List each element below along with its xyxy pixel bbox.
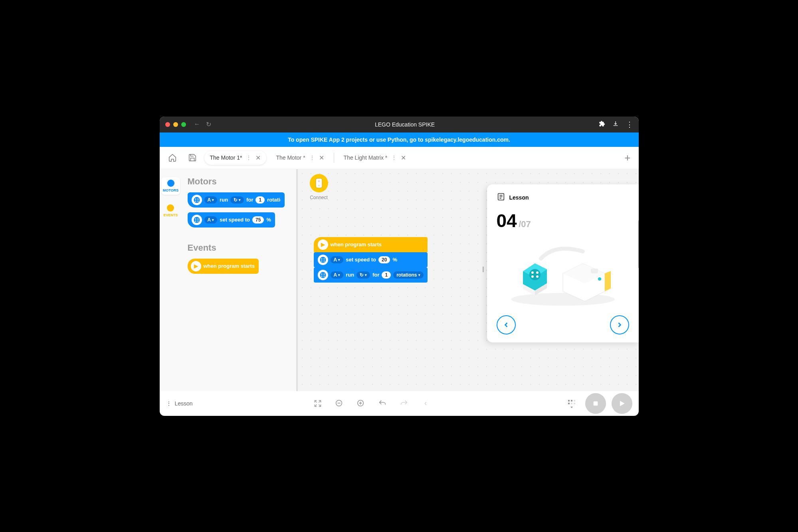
svg-point-27: [511, 293, 615, 306]
tab-close-icon[interactable]: ✕: [255, 154, 261, 162]
events-dot-icon: [167, 204, 174, 212]
port-dropdown[interactable]: A ▾: [331, 256, 344, 263]
legacy-banner: To open SPIKE App 2 projects or use Pyth…: [160, 133, 639, 147]
svg-point-30: [536, 271, 539, 274]
stack-set-speed[interactable]: A ▾ set speed to 20 %: [314, 252, 428, 267]
back-button[interactable]: ←: [194, 121, 200, 128]
tab-menu-icon[interactable]: ⋮: [309, 154, 315, 161]
svg-point-16: [321, 260, 322, 261]
block-stack[interactable]: ▶ when program starts A ▾ set speed to 2…: [314, 237, 428, 283]
motor-icon: [192, 195, 202, 205]
save-button[interactable]: [184, 150, 200, 166]
home-button[interactable]: [164, 150, 180, 166]
tab-light-matrix[interactable]: The Light Matrix * ⋮ ✕: [338, 151, 412, 165]
zoom-out-button[interactable]: [331, 396, 347, 411]
lesson-panel: Lesson 04 /07: [487, 184, 639, 342]
svg-point-7: [197, 218, 198, 220]
collapse-button[interactable]: [418, 396, 434, 411]
lesson-panel-toggle[interactable]: ||: [480, 261, 486, 277]
motor-icon: [192, 215, 202, 225]
titlebar: ← ↻ LEGO Education SPIKE ⋮: [160, 117, 639, 133]
stack-when-start[interactable]: ▶ when program starts: [314, 237, 428, 252]
canvas[interactable]: Connect ▶ when program starts A ▾ set sp…: [298, 169, 639, 391]
unit-dropdown[interactable]: rotations ▾: [393, 271, 423, 279]
traffic-lights: [165, 122, 186, 127]
svg-point-4: [197, 200, 198, 202]
svg-point-28: [529, 269, 541, 280]
category-events[interactable]: EVENTS: [162, 202, 179, 220]
connect-hub-button[interactable]: Connect: [310, 174, 328, 200]
motor-icon: [318, 270, 328, 280]
count-input[interactable]: 1: [255, 196, 265, 204]
svg-point-20: [323, 273, 325, 275]
tab-menu-icon[interactable]: ⋮: [246, 154, 251, 161]
svg-point-32: [536, 275, 539, 278]
lesson-next-button[interactable]: [610, 315, 629, 334]
svg-rect-50: [593, 401, 598, 405]
more-icon[interactable]: ⋮: [626, 120, 633, 129]
lesson-footer-label: Lesson: [175, 400, 193, 407]
count-input[interactable]: 1: [382, 271, 391, 279]
svg-rect-10: [316, 178, 322, 188]
svg-rect-48: [571, 403, 572, 404]
svg-rect-33: [591, 269, 598, 273]
fit-view-button[interactable]: [310, 396, 326, 411]
direction-dropdown[interactable]: ↻ ▾: [230, 196, 244, 204]
block-motor-speed[interactable]: A ▾ set speed to 75 %: [188, 212, 275, 227]
block-palette: Motors A ▾ run ↻ ▾ for 1 rotations A ▾ s…: [182, 169, 298, 391]
svg-point-9: [197, 220, 198, 222]
tab-close-icon[interactable]: ✕: [319, 154, 324, 162]
svg-point-14: [321, 258, 322, 259]
bottom-toolbar: ⋮ Lesson: [160, 391, 639, 416]
svg-rect-44: [568, 400, 570, 401]
lesson-prev-button[interactable]: [497, 315, 516, 334]
reload-button[interactable]: ↻: [206, 121, 211, 128]
svg-point-1: [195, 198, 196, 200]
svg-point-11: [318, 180, 320, 182]
category-motors[interactable]: MOTORS: [161, 177, 180, 195]
download-icon[interactable]: [612, 121, 619, 129]
tab-bar: The Motor 1* ⋮ ✕ The Motor * ⋮ ✕ The Lig…: [160, 147, 639, 169]
close-window[interactable]: [165, 122, 170, 127]
svg-point-8: [195, 220, 196, 222]
svg-rect-47: [568, 403, 570, 404]
extensions-icon[interactable]: [599, 121, 605, 129]
minimize-window[interactable]: [173, 122, 178, 127]
svg-point-22: [323, 275, 325, 277]
zoom-in-button[interactable]: [353, 396, 369, 411]
run-button[interactable]: [612, 393, 632, 414]
motors-dot-icon: [167, 180, 174, 187]
tab-menu-icon[interactable]: ⋮: [391, 154, 397, 161]
block-when-program-starts[interactable]: ▶ when program starts: [188, 259, 259, 274]
undo-button[interactable]: [374, 396, 390, 411]
speed-input[interactable]: 75: [252, 216, 264, 223]
port-dropdown[interactable]: A ▾: [331, 271, 344, 279]
scrollbar[interactable]: [638, 220, 639, 268]
category-sidebar: MOTORS EVENTS: [160, 169, 182, 391]
svg-point-15: [323, 258, 325, 259]
direction-dropdown[interactable]: ↻ ▾: [356, 271, 370, 279]
new-tab-button[interactable]: +: [621, 152, 634, 164]
tab-motor-1[interactable]: The Motor 1* ⋮ ✕: [204, 151, 267, 165]
stop-button[interactable]: [585, 393, 606, 414]
svg-point-3: [195, 200, 196, 202]
svg-point-18: [320, 272, 326, 278]
lesson-menu-icon[interactable]: ⋮: [166, 400, 172, 407]
speed-input[interactable]: 20: [378, 256, 390, 263]
block-motor-run[interactable]: A ▾ run ↻ ▾ for 1 rotations: [188, 192, 285, 208]
svg-point-2: [197, 198, 198, 200]
download-slot-button[interactable]: [564, 396, 580, 411]
port-dropdown[interactable]: A ▾: [204, 196, 218, 204]
port-dropdown[interactable]: A ▾: [204, 216, 218, 223]
palette-section-events: Events: [188, 243, 296, 253]
maximize-window[interactable]: [181, 122, 186, 127]
tab-motor[interactable]: The Motor * ⋮ ✕: [270, 151, 329, 165]
nav-controls: ← ↻: [194, 121, 211, 128]
svg-point-19: [321, 273, 322, 275]
tab-close-icon[interactable]: ✕: [401, 154, 406, 162]
redo-button[interactable]: [396, 396, 412, 411]
lesson-step-current: 04: [497, 210, 517, 231]
stack-run[interactable]: A ▾ run ↻ ▾ for 1 rotations ▾: [314, 267, 428, 283]
app-window: ← ↻ LEGO Education SPIKE ⋮ To open SPIKE…: [160, 117, 639, 416]
svg-point-13: [320, 257, 326, 263]
